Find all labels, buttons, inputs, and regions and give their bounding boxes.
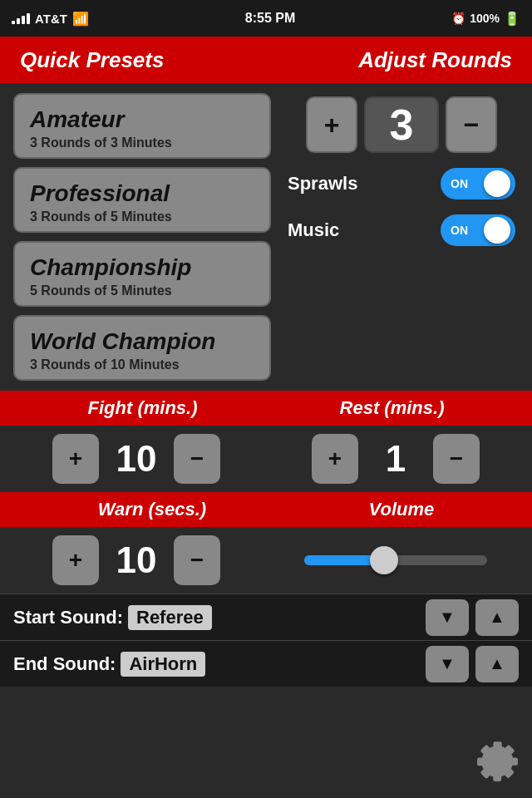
warn-volume-bar: Warn (secs.) Volume: [0, 492, 532, 527]
end-sound-up-button[interactable]: ▲: [475, 646, 519, 682]
rest-value: 1: [367, 438, 425, 480]
start-sound-up-button[interactable]: ▲: [475, 599, 519, 636]
volume-group: [273, 555, 519, 565]
end-sound-down-button[interactable]: ▼: [426, 646, 469, 682]
fight-plus-button[interactable]: +: [52, 434, 99, 484]
rest-minus-button[interactable]: −: [433, 434, 480, 484]
battery-percent: 100%: [470, 12, 500, 25]
start-sound-label: Start Sound:: [13, 607, 123, 628]
fight-group: + 10 −: [13, 434, 259, 484]
start-sound-row: Start Sound: Referee ▼ ▲: [0, 594, 532, 640]
rounds-plus-button[interactable]: +: [306, 96, 357, 153]
start-sound-down-button[interactable]: ▼: [426, 599, 469, 636]
gear-icon[interactable]: [475, 738, 519, 781]
preset-amateur[interactable]: Amateur 3 Rounds of 3 Minutes: [13, 93, 271, 159]
rest-plus-button[interactable]: +: [312, 434, 358, 484]
music-toggle[interactable]: ON: [441, 214, 515, 246]
main-area: Amateur 3 Rounds of 3 Minutes Profession…: [0, 83, 532, 391]
right-column: + 3 − Sprawls ON Music ON: [284, 93, 519, 381]
status-time: 8:55 PM: [245, 11, 295, 26]
battery-icon: 🔋: [504, 11, 520, 27]
sprawls-knob: [484, 170, 510, 197]
preset-championship-sub: 5 Rounds of 5 Minutes: [30, 283, 254, 298]
start-sound-value: Referee: [128, 605, 212, 630]
warn-group: + 10 −: [13, 535, 259, 585]
gear-area: [475, 738, 519, 785]
preset-world-champion-title: World Champion: [30, 328, 254, 355]
sprawls-label: Sprawls: [288, 173, 357, 195]
fight-value: 10: [107, 438, 165, 480]
status-bar: AT&T 📶 8:55 PM ⏰ 100% 🔋: [0, 0, 532, 37]
signal-icon: [12, 12, 30, 24]
adjust-rounds-label: Adjust Rounds: [358, 47, 512, 73]
preset-world-champion-sub: 3 Rounds of 10 Minutes: [30, 357, 254, 372]
carrier-label: AT&T: [35, 12, 67, 26]
presets-column: Amateur 3 Rounds of 3 Minutes Profession…: [13, 93, 271, 381]
fight-bar-label: Fight (mins.): [88, 397, 198, 419]
preset-world-champion[interactable]: World Champion 3 Rounds of 10 Minutes: [13, 315, 271, 381]
preset-championship[interactable]: Championship 5 Rounds of 5 Minutes: [13, 241, 271, 307]
music-toggle-row: Music ON: [284, 214, 519, 246]
status-left: AT&T 📶: [12, 11, 89, 27]
warn-plus-button[interactable]: +: [52, 535, 99, 585]
end-sound-label: End Sound:: [13, 653, 116, 675]
preset-professional-sub: 3 Rounds of 5 Minutes: [30, 209, 254, 224]
fight-rest-controls: + 10 − + 1 −: [0, 426, 532, 492]
end-sound-row: End Sound: AirHorn ▼ ▲: [0, 640, 532, 687]
volume-knob[interactable]: [370, 546, 398, 574]
sound-section: Start Sound: Referee ▼ ▲ End Sound: AirH…: [0, 594, 532, 687]
preset-professional[interactable]: Professional 3 Rounds of 5 Minutes: [13, 167, 271, 233]
fight-minus-button[interactable]: −: [174, 434, 220, 484]
preset-professional-title: Professional: [30, 180, 254, 207]
status-right: ⏰ 100% 🔋: [451, 11, 520, 27]
end-sound-value: AirHorn: [121, 652, 205, 677]
rest-group: + 1 −: [273, 434, 519, 484]
music-knob: [484, 217, 510, 244]
start-sound-arrows: ▼ ▲: [426, 599, 519, 636]
warn-value: 10: [107, 539, 165, 581]
warn-minus-button[interactable]: −: [174, 535, 220, 585]
warn-bar-label: Warn (secs.): [98, 499, 206, 520]
sprawls-toggle-row: Sprawls ON: [284, 168, 519, 200]
warn-volume-controls: + 10 −: [0, 527, 532, 594]
fight-rest-bar: Fight (mins.) Rest (mins.): [0, 391, 532, 426]
preset-amateur-sub: 3 Rounds of 3 Minutes: [30, 135, 254, 150]
header: Quick Presets Adjust Rounds: [0, 37, 532, 83]
volume-fill: [304, 555, 377, 565]
quick-presets-label: Quick Presets: [20, 47, 164, 73]
rest-bar-label: Rest (mins.): [340, 397, 445, 419]
volume-slider[interactable]: [304, 555, 487, 565]
round-adjuster: + 3 −: [284, 96, 519, 153]
preset-amateur-title: Amateur: [30, 106, 254, 133]
music-label: Music: [288, 219, 339, 241]
wifi-icon: 📶: [72, 11, 89, 27]
sprawls-toggle[interactable]: ON: [441, 168, 515, 200]
rounds-display: 3: [364, 96, 439, 153]
volume-bar-label: Volume: [369, 499, 435, 520]
sprawls-state: ON: [451, 177, 468, 190]
rounds-minus-button[interactable]: −: [446, 96, 497, 153]
clock-icon: ⏰: [451, 12, 466, 25]
preset-championship-title: Championship: [30, 254, 254, 281]
music-state: ON: [451, 224, 468, 237]
end-sound-arrows: ▼ ▲: [426, 646, 519, 682]
